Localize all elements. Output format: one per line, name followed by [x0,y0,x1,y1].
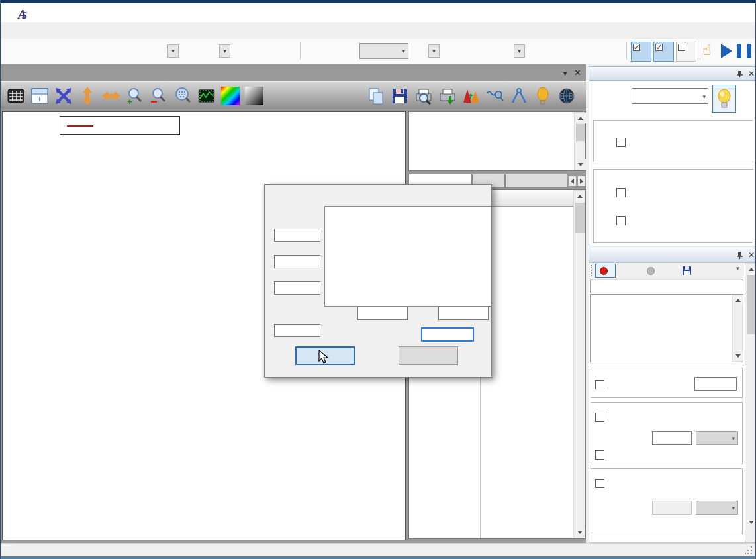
rainbow-gradient-icon[interactable] [219,85,241,107]
integration-unit-dropdown[interactable]: ▾ [219,44,230,58]
start-after-input[interactable] [694,377,737,391]
toolbar-overflow-icon[interactable]: ▾ [736,265,739,272]
zoom-area-icon[interactable] [171,85,193,107]
halogen-checkbox[interactable] [616,188,626,197]
preview-plot [325,207,491,306]
copy-icon[interactable] [365,85,387,107]
shutter-checkbox[interactable] [616,138,626,147]
save-icon[interactable] [389,85,410,107]
absorbance-mode-icon[interactable] [291,85,312,107]
scroll-up-button[interactable] [574,191,586,202]
decimal-input[interactable] [274,324,320,337]
start-checkbox[interactable] [595,380,604,389]
y-max-input[interactable] [274,229,320,242]
boxcar-value-dropdown[interactable]: ▾ [514,44,525,58]
x-step-input[interactable] [421,327,474,342]
scroll-up-button[interactable] [745,264,756,274]
sequence-table-scrollbar[interactable] [732,295,743,362]
tab-list-dropdown-icon[interactable]: ▾ [563,70,567,77]
pin-icon[interactable] [736,70,743,78]
wavelength-zoom-icon[interactable] [484,85,506,107]
toggle-e-button[interactable] [631,42,651,62]
interval-group: ▾ [591,402,743,464]
y-min-input[interactable] [274,255,320,268]
device-combo[interactable]: ▾ [632,88,708,104]
toolbar-separator [700,42,700,60]
tab-scroll-right-icon[interactable] [577,176,586,187]
x-max-input[interactable] [438,307,489,320]
spectrum-list-scrollbar[interactable] [574,112,585,170]
right-dock: ✕ ▾ [586,64,756,543]
fit-horizontal-icon[interactable] [100,85,122,107]
scroll-down-button[interactable] [733,351,743,361]
every-input[interactable] [652,431,692,445]
transmission-mode-icon[interactable] [314,85,336,107]
fit-vertical-icon[interactable] [76,85,98,107]
x-min-input[interactable] [357,307,408,320]
zoom-out-icon[interactable] [148,85,169,107]
graph-settings-dialog[interactable] [264,184,492,378]
deuterium-checkbox[interactable] [616,216,626,225]
lamp-button[interactable] [712,85,736,113]
save-in-button[interactable] [680,264,696,278]
light-source-panel-header[interactable]: ✕ [589,66,756,81]
toggle-e-checkbox [633,44,640,51]
toggle-i-button[interactable] [676,42,696,62]
scans-value-dropdown[interactable]: ▾ [428,44,440,58]
resize-grip-icon[interactable] [745,546,753,555]
data-table-scrollbar[interactable] [573,190,585,538]
destination-bar [590,280,743,293]
bulb-icon[interactable] [532,85,553,107]
hand-pointer-icon[interactable]: ☝ [702,42,711,59]
scroll-down-button[interactable] [575,159,586,170]
tab-scroll-left-icon[interactable] [568,176,577,187]
peaks-icon[interactable] [460,85,482,107]
synchronized-checkbox[interactable] [595,413,604,422]
title-bar[interactable]: AS [1,3,755,22]
tab-close-icon[interactable]: ✕ [574,68,581,77]
close-panel-icon[interactable]: ✕ [748,250,755,260]
every-unit-combo[interactable]: ▾ [696,431,738,445]
toggle-l-button[interactable] [653,42,674,62]
globe-icon[interactable] [555,85,577,107]
stop-button[interactable] [643,264,661,278]
scans-mode-combo[interactable]: ▾ [359,43,408,59]
pin-icon[interactable] [736,252,743,260]
grayscale-gradient-icon[interactable] [243,85,265,107]
print-export-icon[interactable] [436,85,458,107]
print-preview-icon[interactable] [412,85,434,107]
measure-caliper-icon[interactable] [508,85,530,107]
cancel-button[interactable] [399,346,458,365]
zoom-in-icon[interactable]: + [124,85,146,107]
add-graph-icon[interactable]: + [28,85,50,107]
oscilloscope-icon[interactable] [195,85,217,107]
y-step-input[interactable] [274,281,320,295]
pause-icon[interactable] [737,44,751,60]
only-new-checkbox[interactable] [595,450,604,460]
svg-text:+: + [37,95,42,104]
stop-after-input[interactable] [652,501,692,515]
toolbar-grip[interactable] [591,265,594,276]
table-view-icon[interactable] [5,85,26,107]
scroll-up-button[interactable] [575,113,586,123]
scroll-up-button[interactable] [733,295,743,305]
time-sequence-scrollbar[interactable] [745,263,756,542]
reflection-mode-icon[interactable] [338,85,360,107]
record-button[interactable] [595,264,616,278]
scroll-down-button[interactable] [574,527,586,538]
tab-statistics-information[interactable] [505,174,567,188]
chart-legend [60,116,180,135]
time-sequence-panel-header[interactable]: ✕ [589,248,756,262]
scroll-down-button[interactable] [745,517,756,527]
close-panel-icon[interactable]: ✕ [748,69,755,78]
stop-after-unit-combo[interactable]: ▾ [696,501,738,515]
scope-mode-icon[interactable] [267,85,289,107]
pause-bar [737,44,741,58]
scroll-thumb[interactable] [747,275,755,334]
scroll-thumb[interactable] [575,203,585,233]
fit-page-icon[interactable] [52,85,74,107]
continue-checkbox[interactable] [595,479,604,488]
integration-value-dropdown[interactable]: ▾ [167,44,179,58]
scroll-thumb[interactable] [576,124,585,141]
play-icon[interactable] [721,44,732,58]
